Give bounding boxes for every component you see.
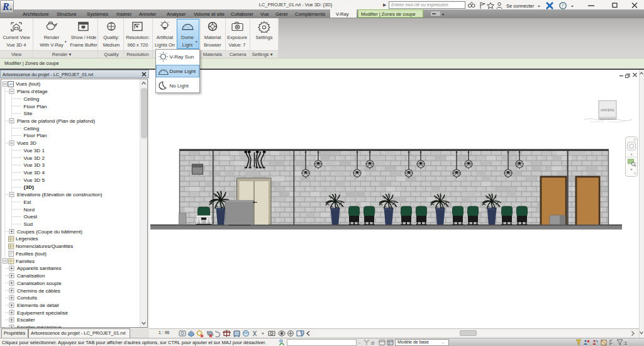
svg-text:Vues 3D: Vues 3D bbox=[17, 140, 36, 146]
svg-text:Légendes: Légendes bbox=[16, 236, 38, 242]
svg-text:Vue 3D 4: Vue 3D 4 bbox=[24, 170, 45, 176]
svg-text:Plans d'étage: Plans d'étage bbox=[17, 89, 48, 94]
svg-text:Canalisation: Canalisation bbox=[17, 273, 45, 279]
svg-text:R: R bbox=[2, 1, 9, 12]
svg-text:ARRIÈRE: ARRIÈRE bbox=[601, 108, 614, 112]
svg-text:Chemins de câbles: Chemins de câbles bbox=[17, 288, 60, 294]
svg-text:Vue 3D 2: Vue 3D 2 bbox=[24, 155, 45, 161]
svg-text:Sud: Sud bbox=[24, 221, 33, 227]
svg-text:Nord: Nord bbox=[24, 207, 35, 213]
svg-text:V-Ray Sun: V-Ray Sun bbox=[170, 53, 194, 59]
svg-text:Vue 3D 5: Vue 3D 5 bbox=[24, 177, 45, 183]
svg-text:Appareils sanitaires: Appareils sanitaires bbox=[17, 265, 62, 271]
svg-text:Vues (tout): Vues (tout) bbox=[16, 81, 41, 87]
svg-text:Feuilles (tout): Feuilles (tout) bbox=[16, 251, 47, 257]
svg-text::1: :1 bbox=[623, 341, 627, 345]
svg-text:Ouest: Ouest bbox=[24, 214, 38, 220]
svg-text:?: ? bbox=[562, 3, 564, 9]
svg-text::0: :0 bbox=[370, 341, 374, 345]
svg-text:Canalisation souple: Canalisation souple bbox=[17, 281, 62, 286]
svg-text:Eléments de détail: Eléments de détail bbox=[17, 303, 59, 308]
svg-text:Plans de plafond (Plan de plaf: Plans de plafond (Plan de plafond) bbox=[17, 118, 95, 124]
svg-text:Se connecter: Se connecter bbox=[506, 3, 535, 9]
svg-text:Site: Site bbox=[24, 111, 33, 116]
svg-text:Conduits: Conduits bbox=[17, 295, 37, 301]
svg-text:Est: Est bbox=[24, 199, 31, 205]
svg-text:Equipement spécialisé: Equipement spécialisé bbox=[17, 310, 68, 316]
svg-text:{3D}: {3D} bbox=[24, 184, 35, 190]
svg-text:Nomenclatures/Quantités: Nomenclatures/Quantités bbox=[16, 243, 73, 249]
svg-text:Floor Plan: Floor Plan bbox=[24, 104, 47, 109]
svg-text:Coupes (Coupe du bâtiment): Coupes (Coupe du bâtiment) bbox=[17, 229, 82, 235]
svg-text:Escalier: Escalier bbox=[17, 317, 35, 323]
svg-text:No Light: No Light bbox=[170, 82, 189, 88]
svg-text:Dome Light: Dome Light bbox=[170, 69, 196, 74]
svg-text:Floor Plan: Floor Plan bbox=[24, 133, 47, 138]
svg-text:Vue 3D 1: Vue 3D 1 bbox=[24, 148, 45, 153]
svg-text:Vue 3D 3: Vue 3D 3 bbox=[24, 162, 45, 168]
svg-text:Ceiling: Ceiling bbox=[24, 126, 40, 131]
svg-text:Ceiling: Ceiling bbox=[24, 96, 40, 102]
svg-text:Elévations (Elévation de const: Elévations (Elévation de construction) bbox=[17, 192, 103, 198]
svg-text:Familles: Familles bbox=[16, 259, 35, 264]
